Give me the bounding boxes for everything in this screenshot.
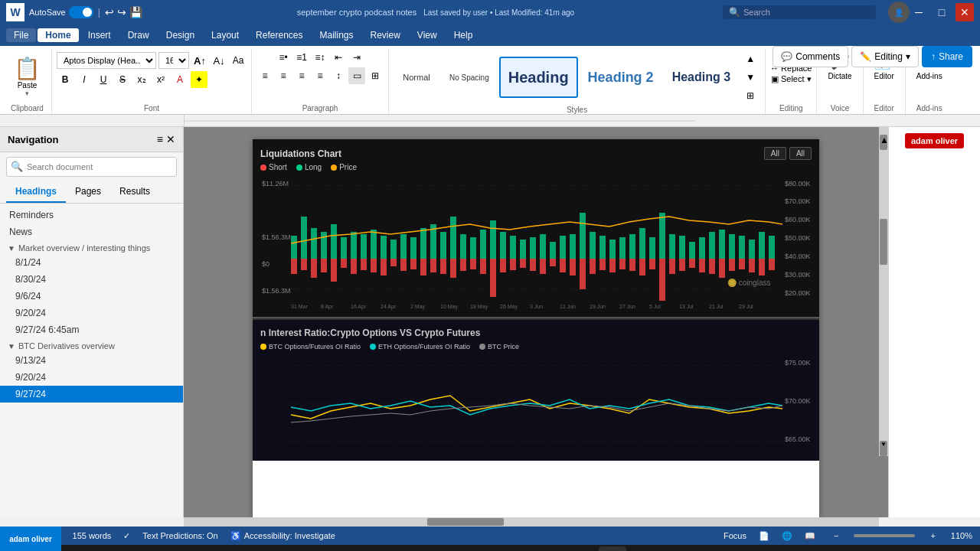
nav-collapse-btn[interactable]: ≡ <box>157 133 163 145</box>
h-scroll-thumb[interactable] <box>427 518 504 526</box>
nav-item-91324[interactable]: 9/13/24 <box>0 352 183 369</box>
strikethrough-btn[interactable]: S <box>114 71 131 88</box>
align-center-btn[interactable]: ≡ <box>275 67 292 84</box>
comments-button[interactable]: 💬 Comments <box>773 46 848 67</box>
numbering-btn[interactable]: ≡1 <box>293 49 310 66</box>
line-spacing-btn[interactable]: ↕ <box>330 67 347 84</box>
style-no-spacing[interactable]: No Spacing <box>441 57 498 98</box>
taskbar-edge[interactable]: 🔷 <box>507 546 534 551</box>
scrollbar-up-btn[interactable]: ▲ <box>880 135 887 150</box>
nav-close-btn[interactable]: ✕ <box>166 133 175 145</box>
nav-item-9624[interactable]: 9/6/24 <box>0 288 183 305</box>
zoom-in-btn[interactable]: + <box>930 531 935 540</box>
bullets-btn[interactable]: ≡• <box>275 49 292 66</box>
decrease-font-btn[interactable]: A↓ <box>211 52 227 69</box>
menu-layout[interactable]: Layout <box>204 28 247 42</box>
focus-btn[interactable]: Focus <box>724 531 746 540</box>
vertical-scrollbar[interactable]: ▲ ▼ <box>879 127 888 456</box>
minimize-btn[interactable]: ─ <box>910 3 928 21</box>
profile-avatar[interactable]: 👤 <box>888 2 910 23</box>
highlight-btn[interactable]: ✦ <box>191 71 207 88</box>
multilevel-btn[interactable]: ≡↕ <box>312 49 328 66</box>
styles-up-btn[interactable]: ▲ <box>742 51 759 67</box>
h-scrollbar[interactable] <box>184 518 879 526</box>
maximize-btn[interactable]: □ <box>933 3 951 21</box>
autosave-toggle[interactable] <box>69 6 93 18</box>
align-right-btn[interactable]: ≡ <box>293 67 310 84</box>
nav-item-92724-early[interactable]: 9/27/24 6:45am <box>0 321 183 338</box>
scrollbar-down-btn[interactable]: ▼ <box>880 441 887 456</box>
chart1-ctrl2[interactable]: All <box>789 147 812 160</box>
bold-button[interactable]: B <box>57 71 74 88</box>
nav-item-92024b[interactable]: 9/20/24 <box>0 369 183 386</box>
menu-view[interactable]: View <box>410 28 445 42</box>
editing-mode-button[interactable]: ✏️ Editing ▾ <box>851 46 919 67</box>
clear-format-btn[interactable]: Aa <box>230 52 247 69</box>
undo-icon[interactable]: ↩ <box>105 6 114 18</box>
align-left-btn[interactable]: ≡ <box>256 67 273 84</box>
close-btn[interactable]: ✕ <box>956 3 974 21</box>
superscript-btn[interactable]: x² <box>152 71 169 88</box>
menu-design[interactable]: Design <box>158 28 202 42</box>
italic-button[interactable]: I <box>76 71 93 88</box>
increase-font-btn[interactable]: A↑ <box>191 52 208 69</box>
taskbar-chrome[interactable]: 🌐 <box>384 546 412 551</box>
tab-headings[interactable]: Headings <box>6 181 66 203</box>
menu-home[interactable]: Home <box>38 28 78 42</box>
subscript-btn[interactable]: x₂ <box>133 71 150 88</box>
nav-section-market[interactable]: ▼ Market overview / interesting things <box>0 240 183 254</box>
nav-item-8124[interactable]: 8/1/24 <box>0 254 183 271</box>
font-size-select[interactable]: 16 <box>158 52 189 69</box>
decrease-indent-btn[interactable]: ⇤ <box>330 49 347 66</box>
zoom-out-btn[interactable]: − <box>834 531 838 540</box>
justify-btn[interactable]: ≡ <box>312 67 328 84</box>
style-heading1[interactable]: Heading <box>499 57 578 98</box>
view-read-btn[interactable]: 📖 <box>805 531 815 541</box>
svg-rect-108 <box>719 259 725 278</box>
style-heading2[interactable]: Heading 2 <box>580 57 662 98</box>
underline-button[interactable]: U <box>95 71 112 88</box>
text-predictions: Text Predictions: On <box>142 531 217 540</box>
style-normal[interactable]: Normal <box>394 57 439 98</box>
paste-button[interactable]: 📋 Paste ▾ <box>8 53 47 100</box>
scroll-thumb[interactable] <box>880 219 887 265</box>
taskbar-file-explorer[interactable]: 📁 <box>354 546 381 551</box>
menu-review[interactable]: Review <box>363 28 408 42</box>
taskbar-app7[interactable]: 🟢 <box>537 546 565 551</box>
nav-item-reminders[interactable]: Reminders <box>0 207 183 223</box>
nav-item-92724-selected[interactable]: 9/27/24 <box>0 386 183 403</box>
nav-search-input[interactable] <box>6 157 177 177</box>
tab-pages[interactable]: Pages <box>66 181 110 203</box>
taskbar-outlook[interactable]: 📧 <box>415 546 443 551</box>
taskbar-teams[interactable]: 💬 <box>446 546 473 551</box>
menu-draw[interactable]: Draw <box>120 28 157 42</box>
font-color-btn[interactable]: A <box>172 71 188 88</box>
styles-more-btn[interactable]: ⊞ <box>742 87 759 104</box>
nav-section-btc[interactable]: ▼ BTC Derivatives overview <box>0 338 183 352</box>
taskbar-app8[interactable]: 🔵 <box>568 546 596 551</box>
share-button[interactable]: ↑ Share <box>922 46 972 67</box>
style-heading3[interactable]: Heading 3 <box>664 57 739 98</box>
nav-item-news[interactable]: News <box>0 223 183 240</box>
menu-insert[interactable]: Insert <box>80 28 119 42</box>
nav-item-92024[interactable]: 9/20/24 <box>0 305 183 321</box>
user-bottom-badge[interactable]: adam oliver <box>0 527 61 551</box>
view-print-btn[interactable]: 📄 <box>759 531 769 541</box>
save-icon[interactable]: 💾 <box>129 6 142 18</box>
menu-mailings[interactable]: Mailings <box>312 28 361 42</box>
taskbar-word[interactable]: W <box>599 546 626 551</box>
tab-results[interactable]: Results <box>110 181 159 203</box>
menu-references[interactable]: References <box>248 28 310 42</box>
borders-btn[interactable]: ⊞ <box>367 67 384 84</box>
redo-icon[interactable]: ↪ <box>117 6 126 18</box>
taskbar-tradingview[interactable]: 📈 <box>476 546 504 551</box>
view-web-btn[interactable]: 🌐 <box>782 531 792 541</box>
chart1-ctrl1[interactable]: All <box>764 147 786 160</box>
menu-help[interactable]: Help <box>446 28 481 42</box>
shading-btn[interactable]: ▭ <box>348 67 365 84</box>
increase-indent-btn[interactable]: ⇥ <box>348 49 365 66</box>
font-select[interactable]: Aptos Display (Hea... <box>57 52 156 69</box>
nav-item-83024[interactable]: 8/30/24 <box>0 271 183 288</box>
menu-file[interactable]: File <box>6 28 36 42</box>
styles-down-btn[interactable]: ▼ <box>742 69 759 86</box>
